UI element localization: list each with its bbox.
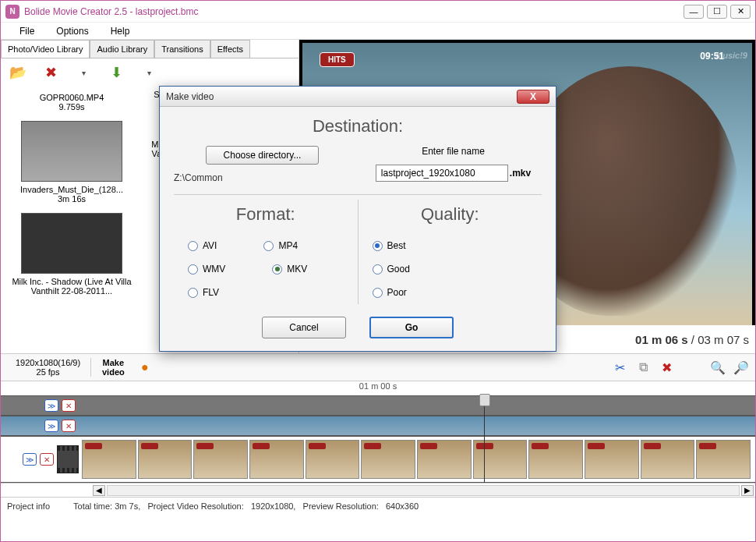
zoom-in-icon[interactable]: 🔎 bbox=[732, 358, 751, 377]
library-item-name: Invaders_Must_Die_(128... bbox=[5, 185, 138, 194]
maximize-button[interactable]: ☐ bbox=[707, 5, 727, 19]
timeline: 01 m 00 s ≫ ✕ ≫ ✕ ≫ ✕ bbox=[1, 381, 755, 497]
statusbar: Project info Total time: 3m 7s, Project … bbox=[1, 497, 755, 514]
timeline-audio-track[interactable]: ≫ ✕ bbox=[1, 416, 755, 436]
minimize-button[interactable]: — bbox=[684, 5, 704, 19]
filename-input[interactable] bbox=[376, 165, 508, 182]
tab-effects[interactable]: Effects bbox=[210, 40, 250, 58]
format-mp4-radio[interactable]: MP4 bbox=[263, 240, 298, 251]
cancel-button[interactable]: Cancel bbox=[262, 317, 346, 338]
library-item-duration: 3m 16s bbox=[5, 194, 138, 204]
track-expand-icon[interactable]: ≫ bbox=[44, 420, 58, 432]
format-wmv-radio[interactable]: WMV bbox=[188, 264, 225, 275]
library-item[interactable]: GOPR0060.MP4 9.759s bbox=[5, 90, 138, 112]
timeline-ruler[interactable]: 01 m 00 s bbox=[1, 381, 755, 395]
scroll-right-icon[interactable]: ▶ bbox=[741, 485, 754, 496]
library-item-name: Milk Inc. - Shadow (Live At Villa Vanthi… bbox=[5, 277, 138, 296]
video-clips[interactable] bbox=[82, 440, 751, 479]
file-extension: .mkv bbox=[510, 168, 531, 179]
dropdown-icon[interactable]: ▾ bbox=[72, 62, 94, 83]
go-button[interactable]: Go bbox=[369, 317, 454, 338]
window-title: Bolide Movie Creator 2.5 - lastproject.b… bbox=[24, 6, 684, 17]
library-toolbar: 📂 ✖ ▾ ⬇ ▾ bbox=[1, 58, 299, 87]
tab-photo-video[interactable]: Photo/Video Library bbox=[1, 40, 90, 58]
project-res-info: 1920x1080(16/9)25 fps bbox=[5, 358, 91, 377]
dialog-title: Make video bbox=[166, 91, 214, 102]
format-flv-radio[interactable]: FLV bbox=[188, 287, 219, 298]
dropdown2-icon[interactable]: ▾ bbox=[138, 62, 160, 83]
library-item[interactable]: Milk Inc. - Shadow (Live At Villa Vanthi… bbox=[5, 213, 138, 296]
timeline-video-track[interactable]: ≫ ✕ bbox=[1, 436, 755, 483]
delete-clip-icon[interactable]: ✖ bbox=[657, 358, 676, 377]
track-expand-icon[interactable]: ≫ bbox=[44, 399, 58, 412]
timeline-track[interactable]: ≫ ✕ bbox=[1, 395, 755, 416]
timeline-scrollbar[interactable]: ◀ ▶ bbox=[1, 483, 755, 497]
format-heading: Format: bbox=[185, 204, 347, 225]
track-delete-icon[interactable]: ✕ bbox=[62, 399, 76, 412]
quality-best-radio[interactable]: Best bbox=[373, 240, 528, 251]
make-video-dialog: Make video X Destination: Choose directo… bbox=[159, 86, 556, 352]
zoom-out-icon[interactable]: 🔍 bbox=[708, 358, 727, 377]
tab-transitions[interactable]: Transitions bbox=[154, 40, 210, 58]
make-video-button[interactable]: Make video bbox=[96, 358, 131, 377]
download-icon[interactable]: ⬇ bbox=[105, 62, 127, 83]
preview-logo: Music!9 bbox=[715, 51, 747, 60]
library-item[interactable]: Invaders_Must_Die_(128... 3m 16s bbox=[5, 121, 138, 204]
app-icon: N bbox=[5, 5, 19, 19]
titlebar: N Bolide Movie Creator 2.5 - lastproject… bbox=[1, 1, 755, 23]
track-delete-icon[interactable]: ✕ bbox=[40, 453, 54, 466]
tab-audio[interactable]: Audio Library bbox=[90, 40, 154, 58]
playback-time: 01 m 06 s / 03 m 07 s bbox=[635, 333, 749, 346]
scroll-left-icon[interactable]: ◀ bbox=[93, 485, 105, 496]
close-button[interactable]: ✕ bbox=[730, 5, 751, 19]
dialog-titlebar: Make video X bbox=[160, 87, 556, 107]
quality-good-radio[interactable]: Good bbox=[373, 264, 528, 275]
library-item-duration: 9.759s bbox=[5, 102, 138, 112]
copy-icon[interactable]: ⧉ bbox=[634, 358, 652, 377]
hits-badge: HITS bbox=[320, 52, 355, 67]
format-avi-radio[interactable]: AVI bbox=[188, 240, 217, 251]
quality-heading: Quality: bbox=[369, 204, 532, 225]
menu-file[interactable]: File bbox=[19, 26, 34, 37]
project-info-label[interactable]: Project info bbox=[7, 501, 50, 511]
add-file-icon[interactable]: 📂 bbox=[7, 62, 29, 83]
cut-icon[interactable]: ✂ bbox=[610, 358, 629, 377]
dialog-close-button[interactable]: X bbox=[517, 90, 549, 104]
playhead[interactable] bbox=[484, 395, 485, 483]
project-toolbar: 1920x1080(16/9)25 fps Make video ● ✂ ⧉ ✖… bbox=[1, 353, 755, 381]
menubar: File Options Help bbox=[1, 23, 755, 40]
track-delete-icon[interactable]: ✕ bbox=[62, 420, 76, 432]
filmstrip-icon bbox=[57, 445, 79, 473]
library-item-name: GOPR0060.MP4 bbox=[5, 93, 138, 102]
choose-directory-button[interactable]: Choose directory... bbox=[206, 146, 320, 165]
menu-options[interactable]: Options bbox=[56, 26, 88, 37]
directory-path: Z:\Common bbox=[174, 172, 351, 183]
menu-help[interactable]: Help bbox=[111, 26, 130, 37]
format-mkv-radio[interactable]: MKV bbox=[272, 264, 307, 275]
track-expand-icon[interactable]: ≫ bbox=[23, 453, 37, 466]
destination-heading: Destination: bbox=[174, 116, 542, 136]
filename-label: Enter file name bbox=[365, 146, 542, 157]
record-icon[interactable]: ● bbox=[136, 358, 154, 377]
delete-icon[interactable]: ✖ bbox=[40, 62, 62, 83]
quality-poor-radio[interactable]: Poor bbox=[373, 287, 528, 298]
